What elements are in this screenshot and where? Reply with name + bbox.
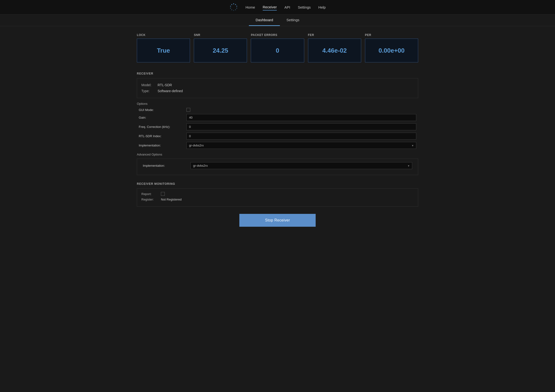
svg-point-9	[231, 4, 232, 5]
svg-point-3	[236, 8, 237, 8]
implementation-label: Implementation:	[139, 144, 186, 147]
implementation-select-wrapper: gr-dvbs2rx	[186, 142, 416, 149]
logo-icon	[229, 3, 238, 11]
main-content: LOCK True SNR 24.25 PACKET ERRORS 0 FER …	[127, 33, 428, 241]
svg-point-6	[231, 9, 232, 10]
stop-button-container: Stop Receiver	[137, 214, 418, 227]
nav-api[interactable]: API	[285, 4, 290, 10]
sub-nav: Dashboard Settings	[0, 14, 555, 26]
metric-snr-value: 24.25	[213, 47, 228, 54]
gui-mode-checkbox[interactable]	[186, 108, 190, 112]
metric-lock-label: LOCK	[137, 33, 190, 37]
receiver-heading: RECEIVER	[137, 72, 418, 75]
register-value: Not Registered	[161, 198, 182, 201]
svg-point-0	[233, 3, 234, 4]
metric-per-value: 0.00e+00	[379, 47, 405, 54]
nav-receiver[interactable]: Receiver	[263, 4, 277, 10]
rtl-sdr-index-row: RTL-SDR Index:	[137, 133, 418, 140]
options-label: Options	[137, 102, 418, 106]
metric-fer-value: 4.46e-02	[322, 47, 347, 54]
svg-point-7	[230, 8, 231, 8]
monitoring-section: RECEIVER MONITORING Report: Register: No…	[137, 182, 418, 207]
metric-packet-errors-value: 0	[276, 47, 279, 54]
metrics-row: LOCK True SNR 24.25 PACKET ERRORS 0 FER …	[137, 33, 418, 62]
freq-correction-input[interactable]	[186, 123, 416, 130]
advanced-implementation-select-wrapper: gr-dvbs2rx	[190, 162, 412, 169]
metric-lock-box: True	[137, 39, 190, 62]
gain-label: Gain:	[139, 116, 186, 119]
gain-input[interactable]	[186, 114, 416, 121]
nav-settings[interactable]: Settings	[298, 4, 311, 10]
advanced-implementation-row: Implementation: gr-dvbs2rx	[141, 162, 414, 169]
receiver-info-box: Model: RTL-SDR Type: Software-defined	[137, 78, 418, 98]
metric-snr-label: SNR	[194, 33, 247, 37]
metric-per-label: PER	[365, 33, 418, 37]
gui-mode-label: GUI Mode:	[139, 108, 186, 112]
metric-per: PER 0.00e+00	[365, 33, 418, 62]
svg-point-5	[233, 10, 234, 11]
report-row: Report:	[141, 192, 414, 196]
metric-lock: LOCK True	[137, 33, 190, 62]
type-value: Software-defined	[158, 88, 183, 94]
register-row: Register: Not Registered	[141, 198, 414, 201]
advanced-options-box: Implementation: gr-dvbs2rx	[137, 159, 418, 175]
options-section: Options GUI Mode: Gain: Freq. Correction…	[137, 102, 418, 149]
top-nav: Home Receiver API Settings Help	[0, 0, 555, 14]
advanced-section: Advanced Options Implementation: gr-dvbs…	[137, 153, 418, 175]
advanced-options-label: Advanced Options	[137, 153, 418, 156]
nav-home[interactable]: Home	[246, 4, 255, 10]
metric-snr: SNR 24.25	[194, 33, 247, 62]
metric-per-box: 0.00e+00	[365, 39, 418, 62]
metric-snr-box: 24.25	[194, 39, 247, 62]
svg-point-2	[236, 6, 237, 7]
implementation-row: Implementation: gr-dvbs2rx	[137, 142, 418, 149]
freq-correction-row: Freq. Correction (kHz):	[137, 123, 418, 130]
nav-help[interactable]: Help	[318, 4, 326, 10]
svg-point-4	[235, 9, 236, 10]
metric-packet-errors-label: PACKET ERRORS	[251, 33, 304, 37]
metric-packet-errors: PACKET ERRORS 0	[251, 33, 304, 62]
advanced-implementation-label: Implementation:	[143, 164, 190, 167]
gain-row: Gain:	[137, 114, 418, 121]
svg-point-1	[235, 4, 236, 5]
model-value: RTL-SDR	[158, 82, 172, 88]
implementation-select[interactable]: gr-dvbs2rx	[186, 142, 416, 149]
type-label: Type:	[141, 88, 156, 94]
monitoring-box: Report: Register: Not Registered	[137, 188, 418, 207]
metric-lock-value: True	[157, 47, 170, 54]
metric-fer-box: 4.46e-02	[308, 39, 361, 62]
gui-mode-row: GUI Mode:	[137, 108, 418, 112]
tab-settings[interactable]: Settings	[280, 14, 306, 26]
report-label: Report:	[141, 192, 158, 196]
advanced-implementation-select[interactable]: gr-dvbs2rx	[190, 162, 412, 169]
report-checkbox[interactable]	[161, 192, 165, 196]
rtl-sdr-index-label: RTL-SDR Index:	[139, 134, 186, 138]
monitoring-heading: RECEIVER MONITORING	[137, 182, 418, 185]
metric-fer: FER 4.46e-02	[308, 33, 361, 62]
tab-dashboard[interactable]: Dashboard	[249, 14, 280, 26]
freq-correction-label: Freq. Correction (kHz):	[139, 125, 186, 128]
metric-fer-label: FER	[308, 33, 361, 37]
svg-point-8	[230, 6, 231, 7]
type-row: Type: Software-defined	[141, 88, 414, 94]
rtl-sdr-index-input[interactable]	[186, 133, 416, 140]
model-label: Model:	[141, 82, 156, 88]
register-label: Register:	[141, 198, 158, 201]
metric-packet-errors-box: 0	[251, 39, 304, 62]
model-row: Model: RTL-SDR	[141, 82, 414, 88]
stop-receiver-button[interactable]: Stop Receiver	[239, 214, 316, 227]
